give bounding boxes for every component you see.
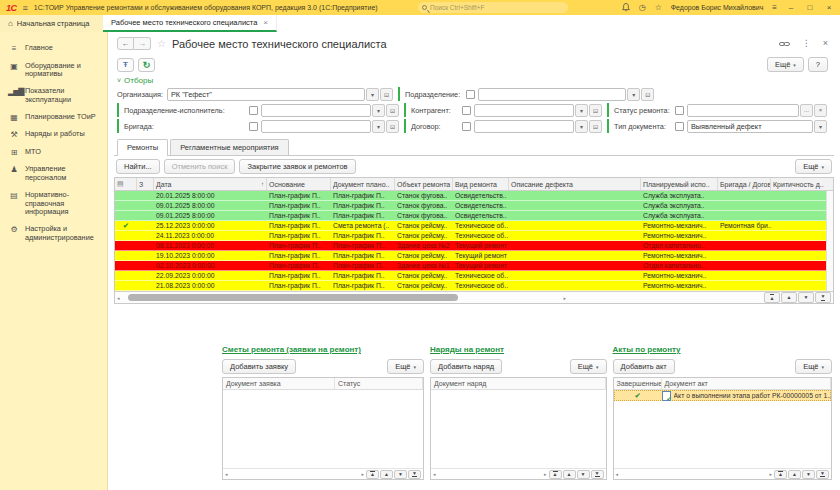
tab-home[interactable]: ⌂ Начальная страница: [0, 15, 103, 32]
form-more-button[interactable]: Ещё▾: [767, 57, 804, 72]
service-menu-icon[interactable]: ≡: [772, 4, 777, 12]
doc-type-checkbox[interactable]: [675, 122, 684, 131]
table-row[interactable]: 09.01.2025 8:00:00План-график П..План-гр…: [115, 201, 826, 211]
organization-input[interactable]: РК "Гефест": [167, 88, 365, 101]
column-estimate-doc[interactable]: Документ заявка: [223, 378, 335, 389]
estimates-title[interactable]: Сметы ремонта (заявки на ремонт): [222, 345, 424, 358]
contractor-choose-icon[interactable]: ⊡: [589, 104, 602, 117]
scroll-to-bottom-button[interactable]: ▼: [815, 292, 831, 303]
scroll-to-top-button[interactable]: ▲: [366, 470, 379, 479]
repair-status-ellipsis-icon[interactable]: ...: [800, 104, 813, 117]
tab-repairs[interactable]: Ремонты: [117, 139, 168, 155]
main-menu-icon[interactable]: ≡: [23, 3, 28, 13]
contractor-dropdown-icon[interactable]: ▾: [575, 104, 588, 117]
forward-button[interactable]: →: [134, 37, 151, 50]
sidebar-item-planning[interactable]: ▦Планирование ТОиР: [0, 109, 107, 127]
row-up-button[interactable]: ▲: [380, 470, 393, 479]
table-row[interactable]: 19.10.2023 0:00:00План-график П..План-гр…: [115, 251, 826, 261]
cancel-search-button[interactable]: Отменить поиск: [164, 159, 236, 174]
executor-subdivision-choose-icon[interactable]: ⊡: [386, 104, 399, 117]
scrollbar-track[interactable]: [122, 294, 562, 302]
sidebar-item-hr[interactable]: ♟Управление персоналом: [0, 161, 107, 187]
acts-more-button[interactable]: Ещё▾: [795, 359, 832, 374]
subdivision-choose-icon[interactable]: ⊡: [641, 88, 654, 101]
scroll-to-top-button[interactable]: ▲: [764, 292, 780, 303]
doc-type-dropdown-icon[interactable]: ▾: [814, 120, 827, 133]
scroll-right-icon[interactable]: ▸: [564, 295, 567, 301]
row-up-button[interactable]: ▲: [563, 470, 576, 479]
vertical-scrollbar[interactable]: [826, 191, 833, 291]
column-header[interactable]: Описание дефекта: [509, 178, 641, 190]
scroll-right-icon[interactable]: ▸: [544, 471, 547, 477]
column-header[interactable]: З: [137, 178, 154, 190]
tab-close-icon[interactable]: ×: [263, 18, 268, 27]
subdivision-checkbox[interactable]: [466, 90, 475, 99]
table-row[interactable]: 08.11.2023 0:00:00План-график П..План-гр…: [115, 241, 826, 251]
orders-scrollbar[interactable]: ◂ ▸ ▲▲▼▼: [431, 468, 606, 479]
repairs-more-button[interactable]: Ещё▾: [795, 159, 832, 174]
tab-scheduled-activities[interactable]: Регламентные мероприятия: [170, 139, 289, 155]
column-header[interactable]: Критичность д..: [771, 178, 826, 190]
row-down-button[interactable]: ▼: [394, 470, 407, 479]
history-icon[interactable]: ◷: [639, 4, 646, 12]
executor-subdivision-dropdown-icon[interactable]: ▾: [372, 104, 385, 117]
scroll-left-icon[interactable]: ◂: [616, 471, 619, 477]
column-date[interactable]: Дата↑: [154, 178, 267, 190]
horizontal-scrollbar[interactable]: ◂▸▲▲▼▼: [115, 291, 833, 303]
subdivision-dropdown-icon[interactable]: ▾: [627, 88, 640, 101]
column-act-completed[interactable]: Завершенные: [614, 378, 662, 389]
brigade-input[interactable]: [261, 120, 371, 133]
act-row[interactable]: ✔Акт о выполнении этапа работ РК-0000000…: [614, 390, 831, 401]
add-order-button[interactable]: Добавить наряд: [430, 359, 502, 374]
doc-type-select[interactable]: Выявленный дефект: [687, 120, 813, 133]
sidebar-item-reference[interactable]: ▤Нормативно-справочная информация: [0, 187, 107, 221]
row-up-button[interactable]: ▲: [788, 470, 801, 479]
orders-more-button[interactable]: Ещё▾: [570, 359, 607, 374]
row-up-button[interactable]: ▲: [781, 292, 797, 303]
sidebar-item-mto[interactable]: ⊞МТО: [0, 144, 107, 162]
column-header[interactable]: Документ плано..: [331, 178, 395, 190]
table-row[interactable]: 02.10.2023 0:00:00План-график П..План-гр…: [115, 261, 826, 271]
contract-dropdown-icon[interactable]: ▾: [575, 120, 588, 133]
row-down-button[interactable]: ▼: [798, 292, 814, 303]
minimize-button[interactable]: –: [786, 3, 796, 12]
help-button[interactable]: ?: [808, 57, 828, 72]
pin-button[interactable]: Ŧ: [117, 58, 134, 72]
subdivision-input[interactable]: [478, 88, 626, 101]
close-requests-button[interactable]: Закрытие заявок и ремонтов: [239, 159, 355, 174]
notifications-bell-icon[interactable]: [622, 3, 630, 12]
back-button[interactable]: ←: [117, 37, 134, 50]
sidebar-item-metrics[interactable]: ▂▅▇Показатели эксплуатации: [0, 83, 107, 109]
row-down-button[interactable]: ▼: [802, 470, 815, 479]
estimates-scrollbar[interactable]: ◂ ▸ ▲▲▼▼: [223, 468, 423, 479]
tab-workplace[interactable]: Рабочее место технического специалиста ×: [103, 15, 277, 32]
more-dots-icon[interactable]: ⋮: [802, 39, 811, 48]
brigade-dropdown-icon[interactable]: ▾: [372, 120, 385, 133]
scroll-to-top-button[interactable]: ▲: [774, 470, 787, 479]
sidebar-item-equipment[interactable]: ▣Оборудование и нормативы: [0, 58, 107, 84]
scroll-left-icon[interactable]: ◂: [117, 295, 120, 301]
sidebar-item-settings[interactable]: ⚙Настройка и администрирование: [0, 221, 107, 247]
favorites-star-icon[interactable]: ☆: [655, 4, 662, 12]
orders-title[interactable]: Наряды на ремонт: [430, 345, 607, 358]
column-order-doc[interactable]: Документ наряд: [431, 378, 606, 389]
add-estimate-button[interactable]: Добавить заявку: [222, 359, 296, 374]
scroll-right-icon[interactable]: ▸: [769, 471, 772, 477]
scrollbar-thumb[interactable]: [128, 294, 458, 301]
repair-status-clear-icon[interactable]: ×: [814, 104, 827, 117]
repair-status-input[interactable]: [687, 104, 799, 117]
scroll-to-bottom-button[interactable]: ▼: [591, 470, 604, 479]
scroll-left-icon[interactable]: ◂: [433, 471, 436, 477]
sidebar-item-work-orders[interactable]: ⚒Наряды и работы: [0, 126, 107, 144]
column-settings[interactable]: ▤: [115, 178, 137, 190]
scroll-to-top-button[interactable]: ▲: [549, 470, 562, 479]
brigade-checkbox[interactable]: [249, 122, 258, 131]
get-link-icon[interactable]: [779, 40, 790, 48]
table-row[interactable]: ✔25.12.2023 0:00:00План-график П..Смета …: [115, 221, 826, 231]
table-row[interactable]: 20.01.2025 8:00:00План-график П..План-гр…: [115, 191, 826, 201]
maximize-button[interactable]: □: [805, 3, 815, 12]
global-search-input[interactable]: Поиск Ctrl+Shift+F: [418, 2, 568, 13]
column-header[interactable]: Основание: [267, 178, 331, 190]
close-window-button[interactable]: ×: [824, 3, 834, 12]
contract-checkbox[interactable]: [462, 122, 471, 131]
